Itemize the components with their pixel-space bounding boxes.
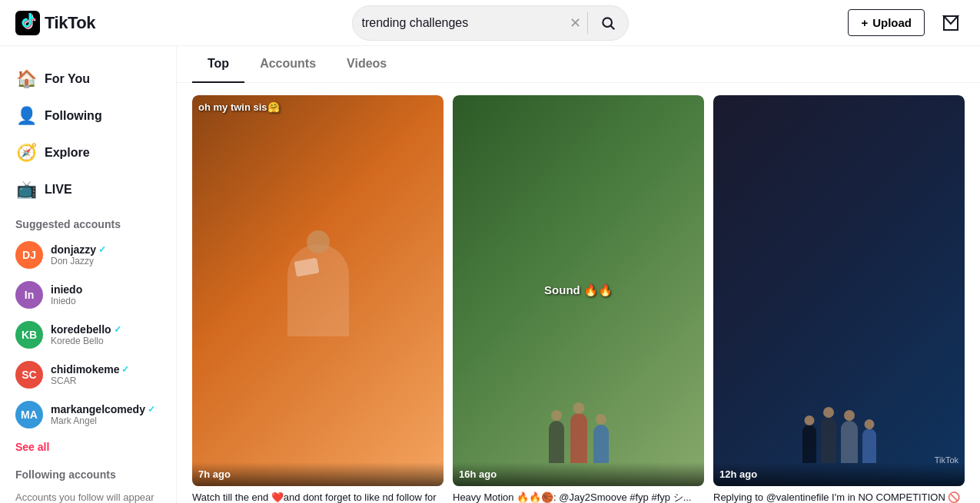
- svg-point-1: [603, 18, 612, 27]
- sidebar-label-following: Following: [45, 109, 102, 123]
- search-button[interactable]: [588, 5, 628, 41]
- sidebar-item-for-you[interactable]: 🏠 For You: [6, 61, 170, 97]
- avatar-markangelcomedy: MA: [15, 401, 43, 429]
- account-info-iniedo: iniedo Iniedo: [51, 283, 161, 306]
- verified-badge: ✓: [98, 244, 106, 255]
- upload-plus-icon: +: [861, 16, 868, 29]
- svg-line-2: [610, 25, 614, 29]
- avatar-koredebello: KB: [15, 321, 43, 349]
- verified-badge-3: ✓: [121, 364, 129, 375]
- display-iniedo: Iniedo: [51, 296, 161, 306]
- video-time-1: 7h ago: [192, 462, 443, 486]
- suggested-account-koredebello[interactable]: KB koredebello ✓ Korede Bello: [6, 315, 170, 355]
- account-info-markangelcomedy: markangelcomedy ✓ Mark Angel: [51, 403, 161, 426]
- username-markangelcomedy: markangelcomedy ✓: [51, 403, 161, 415]
- video-time-2: 16h ago: [453, 462, 704, 486]
- logo-area: TikTok: [15, 11, 154, 35]
- video-info-3: Replying to @valentinefile I'm in NO COM…: [713, 486, 965, 503]
- avatar-chidimokeme: SC: [15, 361, 43, 389]
- home-icon: 🏠: [15, 69, 37, 89]
- display-chidimokeme: SCAR: [51, 376, 161, 386]
- video-card-2[interactable]: Sound 🔥🔥 16h ago Heavy Motion 🔥🔥🏀: @Jay2…: [453, 95, 704, 503]
- live-icon: 📺: [15, 180, 37, 200]
- video-desc-3: Replying to @valentinefile I'm in NO COM…: [713, 491, 965, 503]
- upload-label: Upload: [872, 16, 912, 29]
- sidebar-label-for-you: For You: [45, 72, 90, 86]
- inbox-icon[interactable]: [937, 9, 965, 37]
- account-info-donjazzy: donjazzy ✓ Don Jazzy: [51, 243, 161, 266]
- tiktok-logo-icon: [15, 11, 40, 35]
- upload-button[interactable]: + Upload: [848, 9, 925, 36]
- tab-top[interactable]: Top: [192, 46, 244, 83]
- username-donjazzy: donjazzy ✓: [51, 243, 161, 256]
- video-desc-2: Heavy Motion 🔥🔥🏀: @Jay2Smoove #fyp #fyp …: [453, 491, 704, 503]
- video-thumb-3: TikTok 12h ago: [713, 95, 965, 486]
- video-center-text-2: Sound 🔥🔥: [544, 283, 613, 297]
- video-desc-1: Watch till the end ❤️and dont forget to …: [192, 491, 443, 503]
- main-nav: 🏠 For You 👤 Following 🧭 Explore 📺 LIVE: [6, 61, 170, 207]
- suggested-account-iniedo[interactable]: In iniedo Iniedo: [6, 275, 170, 315]
- search-tabs: Top Accounts Videos: [177, 46, 980, 83]
- svg-marker-3: [944, 16, 958, 24]
- video-card-1[interactable]: oh my twin sis🤗 7h ago Watch till the en…: [192, 95, 443, 503]
- video-info-2: Heavy Motion 🔥🔥🏀: @Jay2Smoove #fyp #fyp …: [453, 486, 704, 503]
- suggested-account-markangelcomedy[interactable]: MA markangelcomedy ✓ Mark Angel: [6, 395, 170, 435]
- username-iniedo: iniedo: [51, 283, 161, 296]
- avatar-iniedo: In: [15, 281, 43, 309]
- display-koredebello: Korede Bello: [51, 336, 161, 346]
- videos-grid: oh my twin sis🤗 7h ago Watch till the en…: [177, 83, 980, 503]
- video-card-3[interactable]: TikTok 12h ago Replying to @valentinefil…: [713, 95, 965, 503]
- search-clear-icon[interactable]: ✕: [563, 16, 587, 30]
- sidebar-item-live[interactable]: 📺 LIVE: [6, 172, 170, 207]
- search-area: ✕: [154, 5, 826, 41]
- header-actions: + Upload: [826, 9, 965, 37]
- header: TikTok ✕ + Upload: [0, 0, 980, 46]
- account-info-chidimokeme: chidimokeme ✓ SCAR: [51, 363, 161, 386]
- suggested-account-chidimokeme[interactable]: SC chidimokeme ✓ SCAR: [6, 355, 170, 395]
- sidebar-item-explore[interactable]: 🧭 Explore: [6, 135, 170, 170]
- search-bar: ✕: [352, 5, 629, 41]
- verified-badge-4: ✓: [148, 404, 155, 415]
- username-chidimokeme: chidimokeme ✓: [51, 363, 161, 376]
- video-thumb-2: Sound 🔥🔥 16h ago: [453, 95, 704, 486]
- display-markangelcomedy: Mark Angel: [51, 415, 161, 426]
- following-empty-text: Accounts you follow will appear here: [6, 485, 170, 503]
- sidebar-label-live: LIVE: [45, 183, 72, 197]
- main-content: Top Accounts Videos oh my twin sis🤗 7h: [177, 46, 980, 503]
- suggested-accounts-title: Suggested accounts: [6, 209, 170, 235]
- video-time-3: 12h ago: [713, 462, 965, 486]
- tab-videos[interactable]: Videos: [331, 46, 402, 83]
- video-thumb-1: oh my twin sis🤗 7h ago: [192, 95, 443, 486]
- sidebar-item-following[interactable]: 👤 Following: [6, 98, 170, 134]
- main-layout: 🏠 For You 👤 Following 🧭 Explore 📺 LIVE S…: [0, 46, 980, 503]
- see-all-button[interactable]: See all: [6, 435, 170, 459]
- video-info-1: Watch till the end ❤️and dont forget to …: [192, 486, 443, 503]
- following-accounts-title: Following accounts: [6, 459, 170, 485]
- search-input[interactable]: [353, 16, 563, 30]
- sidebar-label-explore: Explore: [45, 146, 90, 160]
- svg-rect-0: [15, 11, 40, 35]
- verified-badge-2: ✓: [114, 324, 121, 335]
- tab-accounts[interactable]: Accounts: [244, 46, 331, 83]
- logo-text: TikTok: [45, 13, 95, 33]
- suggested-account-donjazzy[interactable]: DJ donjazzy ✓ Don Jazzy: [6, 235, 170, 275]
- account-info-koredebello: koredebello ✓ Korede Bello: [51, 323, 161, 346]
- video-top-text-1: oh my twin sis🤗: [198, 101, 280, 113]
- username-koredebello: koredebello ✓: [51, 323, 161, 336]
- avatar-donjazzy: DJ: [15, 241, 43, 269]
- sidebar: 🏠 For You 👤 Following 🧭 Explore 📺 LIVE S…: [0, 46, 177, 503]
- following-icon: 👤: [15, 106, 37, 126]
- explore-icon: 🧭: [15, 143, 37, 163]
- display-donjazzy: Don Jazzy: [51, 256, 161, 266]
